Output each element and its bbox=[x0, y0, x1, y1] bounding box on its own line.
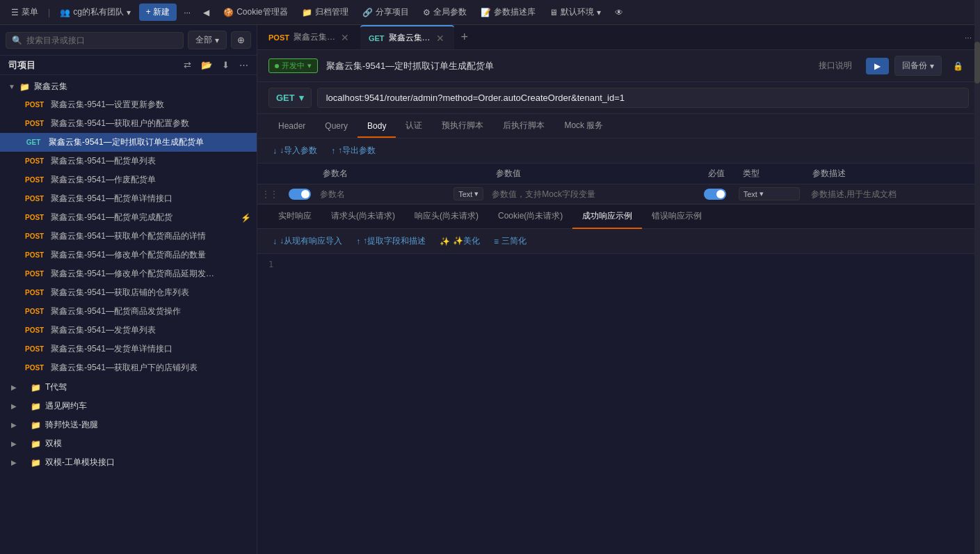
method-select[interactable]: GET ▾ bbox=[268, 88, 312, 108]
add-folder-icon[interactable]: 📂 bbox=[198, 58, 215, 72]
export-icon: ↑ bbox=[331, 146, 335, 156]
resp-tab-error[interactable]: 错误响应示例 bbox=[642, 205, 712, 229]
extract-icon: ↑ bbox=[356, 237, 360, 246]
item-name: 聚鑫云集-9541—获取店铺的仓库列表 bbox=[51, 287, 189, 299]
tree-subgroup-header-shuangmo-work[interactable]: ▶ 📁 双模-工单模块接口 bbox=[0, 454, 257, 471]
beautify-button[interactable]: ✨ ✨美化 bbox=[435, 233, 484, 249]
param-name-header: 参数名 bbox=[317, 168, 490, 180]
method-badge: POST bbox=[22, 307, 47, 316]
list-item[interactable]: POST 聚鑫云集-9541—获取租户下的店铺列表 bbox=[0, 358, 257, 377]
share-button[interactable]: 🔗 分享项目 bbox=[357, 3, 415, 21]
target-icon: ⊕ bbox=[237, 35, 245, 45]
list-item[interactable]: POST 聚鑫云集-9541—获取单个配货商品的详情 bbox=[0, 227, 257, 246]
tree-subgroup-header-shuangmo[interactable]: ▶ 📁 双模 bbox=[0, 435, 257, 452]
param-name-input[interactable] bbox=[320, 189, 449, 199]
list-item[interactable]: POST 聚鑫云集-9541—获取租户的配置参数 bbox=[0, 114, 257, 133]
more-button[interactable]: ··· bbox=[179, 5, 195, 20]
eye-button[interactable]: 👁 bbox=[609, 5, 629, 20]
tab-get[interactable]: GET 聚鑫云集… ✕ bbox=[360, 25, 454, 49]
item-name: 聚鑫云集-9541—配货单完成配货 bbox=[51, 212, 172, 223]
toggle-switch[interactable] bbox=[289, 189, 311, 200]
team-selector[interactable]: 👥 cg的私有团队 ▾ bbox=[54, 3, 136, 21]
resp-tab-cookie[interactable]: Cookie(尚未请求) bbox=[488, 205, 572, 229]
tab-close-icon[interactable]: ✕ bbox=[435, 31, 446, 45]
target-button[interactable]: ⊕ bbox=[231, 31, 251, 49]
back-button[interactable]: ◀ bbox=[198, 5, 215, 20]
drag-handle[interactable]: ⋮⋮ bbox=[257, 189, 282, 199]
tree-group-header-juxin[interactable]: ▼ 📁 聚鑫云集 bbox=[0, 78, 257, 95]
archive-button[interactable]: 📁 归档管理 bbox=[296, 3, 354, 21]
tab-post-script[interactable]: 后执行脚本 bbox=[493, 114, 554, 138]
list-item[interactable]: POST 聚鑫云集-9541—配货单列表 ··· bbox=[0, 152, 257, 171]
tab-post[interactable]: POST 聚鑫云集… ✕ bbox=[260, 25, 359, 49]
tree-subgroup-header-tdaijia[interactable]: ▶ 📁 T代驾 bbox=[0, 379, 257, 396]
row-toggle[interactable] bbox=[282, 189, 317, 200]
list-item[interactable]: POST 聚鑫云集-9541—配货单完成配货 ⚡ bbox=[0, 208, 257, 227]
cookie-manager-button[interactable]: 🍪 Cookie管理器 bbox=[218, 3, 293, 21]
export-params-button[interactable]: ↑ ↑导出参数 bbox=[327, 143, 380, 159]
import-params-button[interactable]: ↓ ↓导入参数 bbox=[268, 143, 321, 159]
global-params-button[interactable]: ⚙ 全局参数 bbox=[417, 3, 472, 21]
method-badge: POST bbox=[22, 157, 47, 166]
tab-query[interactable]: Query bbox=[315, 116, 358, 138]
new-button[interactable]: + 新建 bbox=[139, 3, 177, 21]
type-select[interactable]: Text ▾ bbox=[739, 187, 800, 200]
param-desc-button[interactable]: 📝 参数描述库 bbox=[475, 3, 541, 21]
list-item[interactable]: POST 聚鑫云集-9541—修改单个配货商品的数量 bbox=[0, 246, 257, 264]
download-icon[interactable]: ⬇ bbox=[219, 58, 232, 72]
resp-tab-resp-header[interactable]: 响应头(尚未请求) bbox=[405, 205, 488, 229]
list-item[interactable]: POST 聚鑫云集-9541—发货单列表 bbox=[0, 321, 257, 340]
list-item[interactable]: GET 聚鑫云集-9541—定时抓取订单生成配货单 bbox=[0, 133, 257, 152]
method-badge: POST bbox=[22, 345, 47, 354]
search-input[interactable] bbox=[26, 35, 177, 45]
add-tab-button[interactable]: + bbox=[456, 27, 474, 47]
param-desc-input[interactable] bbox=[811, 189, 974, 199]
list-item[interactable]: POST 聚鑫云集-9541—设置更新参数 bbox=[0, 95, 257, 114]
list-item[interactable]: POST 聚鑫云集-9541—作废配货单 bbox=[0, 171, 257, 189]
extract-fields-button[interactable]: ↑ ↑提取字段和描述 bbox=[352, 233, 430, 249]
list-item[interactable]: POST 聚鑫云集-9541—配货商品发货操作 bbox=[0, 302, 257, 321]
api-doc-button[interactable]: 接口说明 bbox=[813, 57, 858, 74]
lightning-icon: ⚡ bbox=[241, 213, 251, 223]
search-input-wrap[interactable]: 🔍 bbox=[6, 32, 184, 49]
required-toggle[interactable] bbox=[704, 189, 726, 200]
tab-body[interactable]: Body bbox=[358, 116, 396, 138]
list-item[interactable]: POST 聚鑫云集-9541—发货单详情接口 bbox=[0, 340, 257, 358]
expand-all-icon[interactable]: ⋯ bbox=[236, 58, 251, 72]
list-item[interactable]: POST 聚鑫云集-9541—修改单个配货商品延期发货数量 bbox=[0, 264, 257, 283]
save-button[interactable]: 回备份 ▾ bbox=[894, 56, 942, 76]
status-chevron-icon: ▾ bbox=[307, 61, 312, 70]
resp-tab-success[interactable]: 成功响应示例 bbox=[572, 205, 642, 229]
resp-tab-realtime[interactable]: 实时响应 bbox=[268, 205, 321, 229]
tab-pre-script[interactable]: 预执行脚本 bbox=[432, 114, 493, 138]
import-from-response-button[interactable]: ↓ ↓从现有响应导入 bbox=[268, 233, 346, 249]
method-badge: POST bbox=[22, 100, 47, 109]
tree-subgroup-header-yujianyueyueche[interactable]: ▶ 📁 遇见网约车 bbox=[0, 397, 257, 415]
resp-tab-req-header[interactable]: 请求头(尚未请求) bbox=[321, 205, 405, 229]
text-type-badge[interactable]: Text ▾ bbox=[453, 187, 483, 200]
env-selector[interactable]: 🖥 默认环境 ▾ bbox=[544, 3, 607, 21]
url-input[interactable] bbox=[317, 88, 969, 108]
filter-button[interactable]: 全部 ▾ bbox=[188, 31, 227, 49]
lock-icon[interactable]: 🔒 bbox=[947, 58, 969, 74]
request-header: 开发中 ▾ 聚鑫云集-9541—定时抓取订单生成配货单 接口说明 ▶ 回备份 ▾… bbox=[257, 50, 980, 82]
share-project-icon[interactable]: ⇄ bbox=[181, 58, 194, 72]
list-item[interactable]: POST 聚鑫云集-9541—配货单详情接口 bbox=[0, 189, 257, 208]
tab-header[interactable]: Header bbox=[268, 116, 315, 138]
param-value-input[interactable] bbox=[492, 189, 688, 199]
beautify-icon: ✨ bbox=[440, 237, 450, 246]
method-badge: POST bbox=[22, 326, 47, 335]
tree-subgroup-header-qibang[interactable]: ▶ 📁 骑邦快送-跑腿 bbox=[0, 416, 257, 434]
simplify-button[interactable]: ≡ 三简化 bbox=[490, 233, 531, 249]
menu-button[interactable]: ☰ 菜单 bbox=[6, 3, 44, 21]
list-item[interactable]: POST 聚鑫云集-9541—获取店铺的仓库列表 bbox=[0, 283, 257, 302]
tab-auth[interactable]: 认证 bbox=[396, 114, 432, 138]
item-name: 聚鑫云集-9541—设置更新参数 bbox=[51, 99, 164, 111]
param-required-cell bbox=[694, 189, 736, 200]
tab-mock[interactable]: Mock 服务 bbox=[554, 114, 613, 138]
run-button[interactable]: ▶ bbox=[866, 58, 889, 74]
status-badge[interactable]: 开发中 ▾ bbox=[268, 58, 318, 73]
item-name: 聚鑫云集-9541—配货商品发货操作 bbox=[51, 306, 181, 317]
tab-close-icon[interactable]: ✕ bbox=[339, 31, 351, 45]
tab-more-button[interactable]: ··· bbox=[959, 30, 977, 45]
